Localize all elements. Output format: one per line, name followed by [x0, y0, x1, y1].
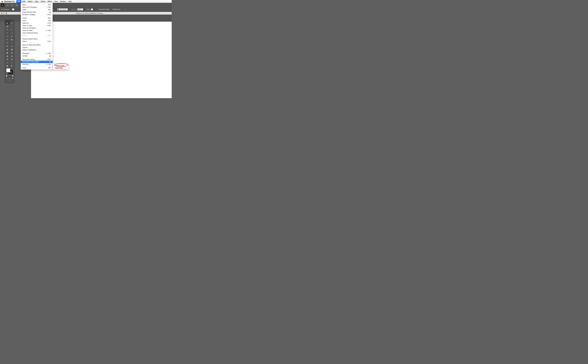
- file-menu-share-on-behance[interactable]: Share on Behance...: [21, 49, 52, 51]
- tool-direct-selection[interactable]: [10, 21, 14, 25]
- opacity-field[interactable]: 100%: [77, 8, 83, 10]
- menu-view[interactable]: View: [53, 0, 59, 3]
- fill-dropdown[interactable]: ▾: [15, 8, 16, 10]
- color-mode-gradient[interactable]: [8, 75, 11, 77]
- tool-rotate[interactable]: ⟲: [5, 41, 10, 45]
- file-menu-document-setup[interactable]: Document Setup...⌥⌘P: [21, 58, 52, 61]
- tool-rectangle[interactable]: ▭: [5, 35, 10, 38]
- tool-zoom[interactable]: 🔍: [10, 64, 14, 68]
- tool-gradient[interactable]: ▤: [10, 51, 14, 54]
- tool-type[interactable]: T: [5, 31, 10, 35]
- align-dropdown[interactable]: ▾: [125, 9, 126, 10]
- tool-eyedropper[interactable]: 💧: [5, 54, 10, 58]
- opacity-dropdown[interactable]: ▾: [83, 8, 84, 10]
- file-menu-save-as-template[interactable]: Save as Template...: [21, 27, 52, 29]
- screen-mode-button[interactable]: ▭: [5, 79, 14, 83]
- file-menu-place[interactable]: Place...⇧⌘P: [21, 40, 52, 43]
- tool-selection[interactable]: [5, 21, 10, 25]
- file-menu-save-a-copy[interactable]: Save a Copy...⌥⌘S: [21, 24, 52, 27]
- tool-paintbrush[interactable]: 🖌: [10, 35, 14, 38]
- file-menu-export[interactable]: Export...: [21, 46, 52, 49]
- file-menu-save-for-microsoft-office[interactable]: Save for Microsoft Office...: [21, 44, 52, 46]
- fill-stroke-indicator[interactable]: ⤺ ◱: [5, 68, 14, 75]
- submenu-rgb-label: RGB Color: [55, 67, 63, 69]
- menu-window[interactable]: Window: [59, 0, 67, 3]
- file-menu-save-selected-slices[interactable]: Save Selected Slices...: [21, 32, 52, 34]
- menu-select[interactable]: Select: [39, 0, 46, 3]
- brush-dropdown[interactable]: ▾: [68, 8, 69, 10]
- file-menu-scripts[interactable]: Scripts▶: [21, 55, 52, 57]
- file-menu-save-as[interactable]: Save As...⇧⌘S: [21, 22, 52, 24]
- menu-object[interactable]: Object: [26, 0, 33, 3]
- swap-fill-stroke-icon[interactable]: ⤺: [11, 68, 12, 69]
- document-setup-button[interactable]: Document Setup: [98, 8, 111, 11]
- window-zoom-button[interactable]: [6, 13, 7, 14]
- color-mode-solid[interactable]: [5, 75, 8, 77]
- menu-help[interactable]: Help: [67, 0, 73, 3]
- draw-inside[interactable]: ◩: [11, 77, 14, 79]
- file-menu-file-info[interactable]: File Info...⌥⇧⌘I: [21, 63, 52, 65]
- fill-color-swatch[interactable]: [6, 68, 10, 72]
- file-menu-save-for-web[interactable]: Save for Web...⌥⇧⌘S: [21, 29, 52, 32]
- menu-file[interactable]: File: [16, 0, 21, 3]
- tool-curvature[interactable]: ✎: [10, 28, 14, 31]
- tool-pen[interactable]: ✒: [5, 28, 10, 31]
- file-menu-save[interactable]: Save⌘S: [21, 19, 52, 22]
- file-menu-new-from-template[interactable]: New from Template...⇧⌘N: [21, 6, 52, 8]
- submenu-rgb-color[interactable]: ✓ RGB Color: [53, 67, 69, 69]
- collapse-icon[interactable]: ◂◂: [13, 20, 14, 21]
- style-swatch[interactable]: [91, 8, 93, 10]
- tool-shape-builder[interactable]: ◉: [5, 48, 10, 51]
- window-minimize-button[interactable]: [3, 13, 5, 14]
- fill-swatch[interactable]: [12, 8, 14, 10]
- preferences-button[interactable]: Preferences: [111, 8, 122, 11]
- arrange-documents-button[interactable]: [15, 4, 18, 6]
- file-menu-browse-in-bridge[interactable]: Browse in Bridge...⌥⌘O: [21, 13, 52, 16]
- tool-line[interactable]: ╱: [10, 31, 14, 35]
- menu-edit[interactable]: Edit: [21, 0, 26, 3]
- menu-type[interactable]: Type: [34, 0, 39, 3]
- stroke-weight-dropdown[interactable]: ▾: [54, 8, 55, 10]
- tool-width[interactable]: ⋈: [5, 45, 10, 48]
- tool-pencil[interactable]: ✏: [5, 38, 10, 41]
- menu-item-shortcut: ⌥⇧⌘P: [45, 52, 51, 54]
- file-menu-package[interactable]: Package...⌥⇧⌘P: [21, 52, 52, 55]
- tool-scale[interactable]: ⤡: [10, 41, 14, 45]
- default-fill-stroke-icon[interactable]: ◱: [6, 73, 7, 74]
- stock-shortcut-button[interactable]: St: [11, 4, 13, 6]
- style-label: Style:: [87, 9, 90, 10]
- tool-free-transform[interactable]: ◫: [10, 45, 14, 48]
- tool-hand[interactable]: ✋: [5, 64, 10, 68]
- tool-artboard[interactable]: ▢: [5, 61, 10, 64]
- window-close-button[interactable]: [1, 13, 3, 14]
- color-mode-none[interactable]: [11, 75, 14, 77]
- tool-perspective[interactable]: ▦: [10, 48, 14, 51]
- style-dropdown[interactable]: ▾: [93, 8, 95, 10]
- tool-magic-wand[interactable]: ✨: [5, 25, 10, 28]
- menu-item-label: Document Setup...: [22, 58, 36, 60]
- tool-lasso[interactable]: ➰: [10, 25, 14, 28]
- menu-effect[interactable]: Effect: [46, 0, 53, 3]
- brush-preset-field[interactable]: 3 pt. Round: [57, 8, 68, 10]
- draw-behind[interactable]: ◫: [8, 77, 11, 79]
- tool-graph[interactable]: ▥: [10, 58, 14, 61]
- align-icon[interactable]: ⫠: [123, 8, 125, 10]
- tool-eraser[interactable]: ◧: [10, 38, 14, 41]
- file-menu-new[interactable]: New...⌘N: [21, 3, 52, 6]
- tool-slice[interactable]: ✂: [10, 61, 14, 64]
- file-menu-print[interactable]: Print...⌘P: [21, 66, 52, 69]
- tool-symbol-sprayer[interactable]: ❆: [5, 58, 10, 61]
- draw-normal[interactable]: ◻: [5, 77, 8, 79]
- bridge-shortcut-button[interactable]: Br: [6, 4, 9, 6]
- file-menu-open[interactable]: Open...⌘O: [21, 8, 52, 11]
- close-icon[interactable]: ×: [5, 20, 6, 21]
- file-menu-open-recent-files[interactable]: Open Recent Files▶: [21, 11, 52, 13]
- file-menu-close[interactable]: Close⌘W: [21, 17, 52, 19]
- file-menu-document-color-mode[interactable]: Document Color Mode▶: [21, 61, 52, 63]
- tool-mesh[interactable]: ▩: [5, 51, 10, 54]
- tools-panel-header[interactable]: × ◂◂: [5, 20, 14, 21]
- file-menu-search-adobe-stock[interactable]: Search Adobe Stock...: [21, 38, 52, 40]
- opacity-label[interactable]: Opacity:: [71, 9, 77, 10]
- tool-blend[interactable]: ◑: [10, 54, 14, 58]
- submenu-cmyk-color[interactable]: CMYK Color: [53, 64, 69, 67]
